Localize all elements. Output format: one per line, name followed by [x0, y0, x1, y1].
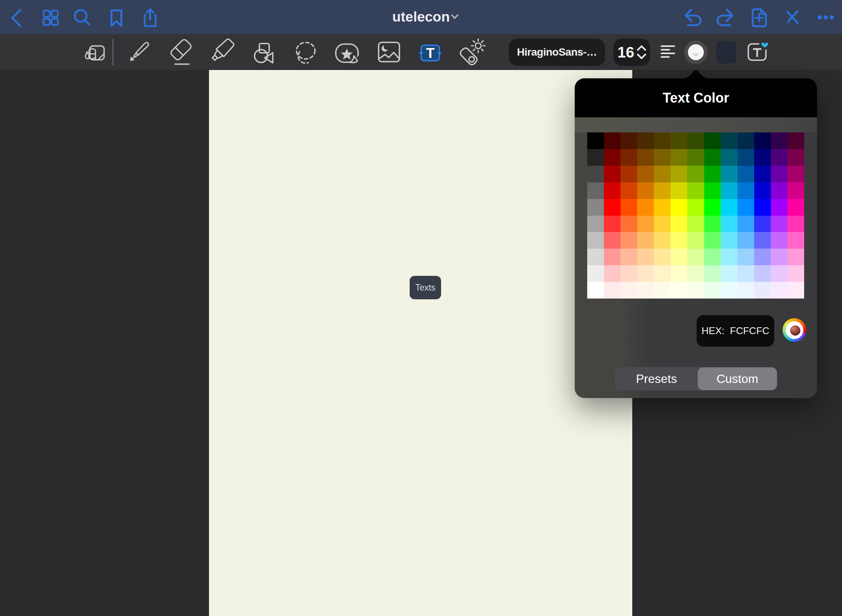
svg-text:T: T: [426, 45, 435, 61]
svg-text:16: 16: [617, 44, 635, 61]
